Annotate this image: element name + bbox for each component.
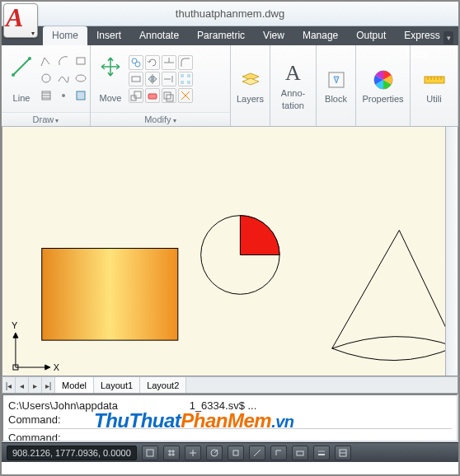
tab-output[interactable]: Output xyxy=(347,26,395,45)
panel-modify-title[interactable]: Modify xyxy=(91,112,230,126)
shape-cone xyxy=(332,231,445,361)
svg-rect-19 xyxy=(181,74,184,77)
copy-button[interactable] xyxy=(129,55,143,70)
ellipse-button[interactable] xyxy=(74,72,89,86)
stretch-button[interactable] xyxy=(129,72,143,86)
extend-button[interactable] xyxy=(162,72,176,86)
tab-manage[interactable]: Manage xyxy=(293,26,347,45)
shape-rectangle xyxy=(42,249,178,341)
utilities-button[interactable]: Utili xyxy=(420,67,449,105)
svg-rect-16 xyxy=(132,77,140,82)
layout-tab-1[interactable]: Layout1 xyxy=(94,377,140,393)
status-bar: 908.2126, 1777.0936, 0.0000 xyxy=(2,442,458,462)
fillet-button[interactable] xyxy=(178,55,193,70)
status-ducs-button[interactable] xyxy=(270,446,287,460)
trim-button[interactable] xyxy=(162,55,176,70)
offset-button[interactable] xyxy=(162,88,176,103)
polyline-button[interactable] xyxy=(40,54,54,69)
layout-nav-last[interactable]: ▸| xyxy=(42,377,55,393)
autocad-logo-icon: A xyxy=(6,2,23,33)
cmd-prompt-1: Command: xyxy=(8,413,452,427)
move-label: Move xyxy=(100,93,122,103)
shape-pie-slice xyxy=(240,216,279,255)
layout-nav-next[interactable]: ▸ xyxy=(29,377,42,393)
properties-label: Properties xyxy=(362,94,403,104)
rectangle-button[interactable] xyxy=(74,54,89,69)
status-osnap-button[interactable] xyxy=(228,446,244,460)
status-dyn-button[interactable] xyxy=(292,446,308,460)
status-polar-button[interactable] xyxy=(206,446,223,460)
status-grid-button[interactable] xyxy=(163,446,180,460)
vertical-scrollbar[interactable] xyxy=(445,127,458,376)
properties-button[interactable]: Properties xyxy=(359,67,406,105)
status-qp-button[interactable] xyxy=(335,446,351,460)
scale-button[interactable] xyxy=(129,88,143,103)
tab-home[interactable]: Home xyxy=(43,26,87,45)
ribbon-tab-strip: Home Insert Annotate Parametric View Man… xyxy=(2,26,458,45)
svg-rect-3 xyxy=(77,58,85,64)
tab-view[interactable]: View xyxy=(254,26,293,45)
layout-tab-2[interactable]: Layout2 xyxy=(140,377,186,393)
svg-rect-27 xyxy=(167,95,173,101)
layout-tab-model[interactable]: Model xyxy=(55,377,94,393)
measure-icon xyxy=(423,68,446,91)
color-wheel-icon xyxy=(372,68,395,91)
command-window[interactable]: C:\Users\John\appdata 1_6334.sv$ ... Com… xyxy=(2,394,458,442)
explode-button[interactable] xyxy=(178,88,193,103)
block-icon xyxy=(325,68,348,91)
tab-insert[interactable]: Insert xyxy=(87,26,130,45)
annotation-button[interactable]: A Anno- tation xyxy=(278,59,308,112)
hatch-button[interactable] xyxy=(40,89,54,104)
cmd-prompt-2[interactable]: Command: xyxy=(8,428,452,442)
status-lwt-button[interactable] xyxy=(313,446,330,460)
arc-button[interactable] xyxy=(57,54,72,69)
svg-point-10 xyxy=(62,94,65,97)
move-button[interactable]: Move xyxy=(96,54,125,105)
svg-point-1 xyxy=(12,73,15,77)
drawing-canvas[interactable]: X Y xyxy=(2,127,445,376)
axis-y-label: Y xyxy=(12,320,18,330)
svg-rect-39 xyxy=(147,450,153,456)
mirror-button[interactable] xyxy=(145,72,160,86)
svg-point-2 xyxy=(28,57,31,60)
line-label: Line xyxy=(13,93,31,103)
tab-parametric[interactable]: Parametric xyxy=(188,26,254,45)
move-icon xyxy=(99,55,122,78)
array-button[interactable] xyxy=(178,72,193,86)
svg-rect-43 xyxy=(297,451,303,455)
point-button[interactable] xyxy=(57,89,72,104)
svg-point-5 xyxy=(76,75,86,82)
svg-rect-25 xyxy=(148,94,157,99)
tab-annotate[interactable]: Annotate xyxy=(130,26,188,45)
layout-nav-prev[interactable]: ◂ xyxy=(16,377,29,393)
app-menu-button[interactable]: A xyxy=(3,3,38,38)
cmd-history-path: C:\Users\John\appdata xyxy=(8,399,118,412)
region-button[interactable] xyxy=(74,89,89,104)
circle-button[interactable] xyxy=(40,72,54,86)
status-coordinates[interactable]: 908.2126, 1777.0936, 0.0000 xyxy=(7,446,137,460)
svg-line-0 xyxy=(13,58,30,75)
line-icon xyxy=(10,55,33,78)
status-ortho-button[interactable] xyxy=(185,446,201,460)
svg-rect-20 xyxy=(187,74,190,77)
canvas-svg: X Y xyxy=(2,127,445,376)
status-otrack-button[interactable] xyxy=(249,446,265,460)
status-snap-button[interactable] xyxy=(142,446,158,460)
layers-icon xyxy=(239,68,262,91)
text-icon: A xyxy=(285,61,301,86)
erase-button[interactable] xyxy=(145,88,160,103)
panel-draw-title[interactable]: Draw xyxy=(2,112,90,126)
window-title: thuthuatphanmem.dwg xyxy=(2,2,458,26)
block-button[interactable]: Block xyxy=(322,67,351,105)
layout-nav-first[interactable]: |◂ xyxy=(2,377,16,393)
quick-access-dropdown-icon[interactable]: ▾ xyxy=(444,31,453,44)
spline-button[interactable] xyxy=(57,72,72,86)
layers-button[interactable]: Layers xyxy=(233,67,267,105)
line-button[interactable]: Line xyxy=(7,54,36,105)
rotate-button[interactable] xyxy=(145,55,160,70)
cmd-history-suffix: 1_6334.sv$ ... xyxy=(190,399,257,412)
svg-point-13 xyxy=(135,62,140,67)
axis-x-label: X xyxy=(54,362,60,372)
annotation-label-2: tation xyxy=(282,100,304,110)
shape-cone-ellipse xyxy=(332,337,445,348)
